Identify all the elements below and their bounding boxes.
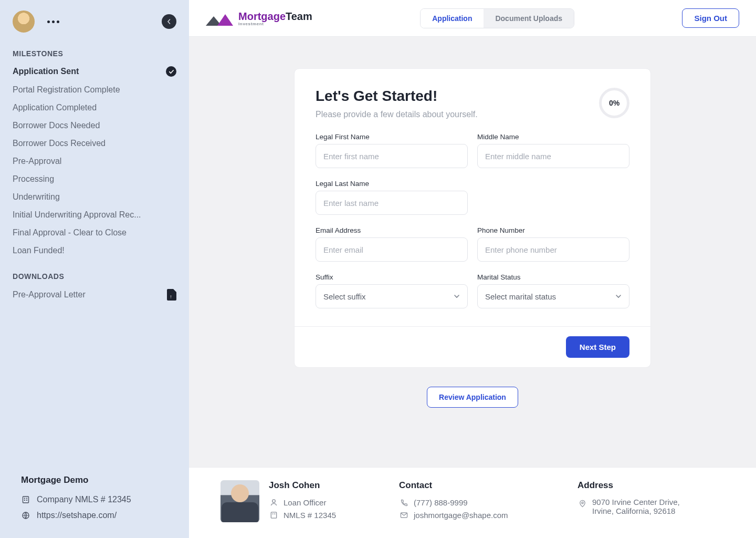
marital-label: Marital Status xyxy=(477,273,629,281)
milestone-item[interactable]: Application Completed xyxy=(13,99,176,117)
chevron-down-icon xyxy=(454,293,460,299)
signout-button[interactable]: Sign Out xyxy=(682,8,739,28)
main: MortgageTeam Investment Application Docu… xyxy=(189,0,756,538)
suffix-select[interactable]: Select suffix xyxy=(316,284,468,308)
downloads-heading: DOWNLOADS xyxy=(0,260,189,285)
download-item[interactable]: Pre-Approval Letter xyxy=(13,285,176,305)
content-area: Let's Get Started! Please provide a few … xyxy=(189,37,756,467)
address-line2: Irvine, California, 92618 xyxy=(592,506,680,515)
company-nmls-text: Company NMLS # 12345 xyxy=(37,495,131,504)
card-title: Let's Get Started! xyxy=(316,88,478,105)
company-name: Mortgage Demo xyxy=(21,475,168,485)
next-step-button[interactable]: Next Step xyxy=(566,336,629,358)
last-name-label: Legal Last Name xyxy=(316,180,468,188)
first-name-label: Legal First Name xyxy=(316,133,468,141)
milestone-label: Borrower Docs Needed xyxy=(13,121,100,130)
milestones-heading: MILESTONES xyxy=(0,37,189,62)
milestone-label: Application Sent xyxy=(13,67,79,76)
milestone-item[interactable]: Loan Funded! xyxy=(13,242,176,260)
svg-rect-0 xyxy=(23,496,29,503)
officer-name: Josh Cohen xyxy=(269,480,336,491)
milestone-item[interactable]: Application Sent xyxy=(13,62,176,81)
marital-select[interactable]: Select marital status xyxy=(477,284,629,308)
milestone-label: Initial Underwriting Approval Rec... xyxy=(13,210,141,220)
milestone-item[interactable]: Underwriting xyxy=(13,188,176,206)
progress-indicator: 0% xyxy=(599,88,629,118)
milestone-label: Loan Funded! xyxy=(13,246,65,255)
user-icon xyxy=(269,498,278,507)
contact-phone: (777) 888-9999 xyxy=(414,498,468,507)
file-upload-icon xyxy=(167,289,176,301)
milestone-label: Borrower Docs Received xyxy=(13,139,106,148)
officer-block: Josh Cohen Loan Officer NMLS # 12345 xyxy=(220,480,378,522)
address-title: Address xyxy=(578,480,724,491)
globe-icon xyxy=(21,511,30,520)
roof-icon xyxy=(206,11,236,26)
brand-word-mortgage: Mortgage xyxy=(238,11,286,22)
first-name-input[interactable] xyxy=(316,144,468,168)
tab-document-uploads[interactable]: Document Uploads xyxy=(484,9,574,28)
contact-phone-row[interactable]: (777) 888-9999 xyxy=(399,496,556,509)
pin-icon xyxy=(578,499,587,508)
milestone-item[interactable]: Pre-Approval xyxy=(13,152,176,170)
avatar[interactable] xyxy=(13,11,35,33)
email-label: Email Address xyxy=(316,226,468,234)
info-bar: Josh Cohen Loan Officer NMLS # 12345 Con… xyxy=(189,467,756,538)
milestone-item[interactable]: Final Approval - Clear to Close xyxy=(13,224,176,242)
milestone-item[interactable]: Processing xyxy=(13,170,176,188)
chevron-down-icon xyxy=(615,293,622,299)
phone-input[interactable] xyxy=(477,237,629,262)
suffix-label: Suffix xyxy=(316,273,468,281)
svg-rect-3 xyxy=(24,500,25,501)
svg-rect-2 xyxy=(26,498,27,499)
check-icon xyxy=(166,66,176,77)
contact-title: Contact xyxy=(399,480,556,491)
download-label: Pre-Approval Letter xyxy=(13,290,86,299)
downloads-list: Pre-Approval Letter xyxy=(0,285,189,305)
suffix-select-value: Select suffix xyxy=(323,292,366,301)
contact-block: Contact (777) 888-9999 joshmortgage@shap… xyxy=(399,480,556,521)
sidebar: MILESTONES Application Sent Portal Regis… xyxy=(0,0,189,538)
milestone-label: Underwriting xyxy=(13,192,60,202)
milestones-list: Application Sent Portal Registration Com… xyxy=(0,62,189,260)
milestone-item[interactable]: Borrower Docs Received xyxy=(13,134,176,152)
milestone-item[interactable]: Portal Registration Complete xyxy=(13,81,176,99)
milestone-item[interactable]: Initial Underwriting Approval Rec... xyxy=(13,206,176,224)
svg-point-11 xyxy=(581,502,583,503)
company-url-row[interactable]: https://setshape.com/ xyxy=(21,508,168,523)
svg-rect-1 xyxy=(24,498,25,499)
brand-word-team: Team xyxy=(286,11,312,22)
middle-name-input[interactable] xyxy=(477,144,629,168)
more-menu-button[interactable] xyxy=(47,20,59,23)
form-card: Let's Get Started! Please provide a few … xyxy=(294,68,651,368)
collapse-sidebar-button[interactable] xyxy=(162,14,176,29)
topbar: MortgageTeam Investment Application Docu… xyxy=(189,0,756,37)
address-line1: 9070 Irvine Center Drive, xyxy=(592,498,680,506)
milestone-item[interactable]: Borrower Docs Needed xyxy=(13,117,176,134)
svg-point-6 xyxy=(272,499,275,502)
svg-rect-4 xyxy=(26,500,27,501)
building-icon xyxy=(269,510,278,520)
milestone-label: Final Approval - Clear to Close xyxy=(13,228,127,237)
brand-logo[interactable]: MortgageTeam Investment xyxy=(206,11,312,26)
sidebar-footer: Mortgage Demo Company NMLS # 12345 https… xyxy=(0,475,189,538)
chevron-left-icon xyxy=(166,19,172,24)
milestone-label: Pre-Approval xyxy=(13,157,61,166)
address-block: Address 9070 Irvine Center Drive, Irvine… xyxy=(578,480,724,517)
milestone-label: Processing xyxy=(13,174,54,184)
contact-email-row[interactable]: joshmortgage@shape.com xyxy=(399,509,556,521)
mail-icon xyxy=(399,510,408,520)
officer-nmls: NMLS # 12345 xyxy=(284,511,336,520)
contact-email: joshmortgage@shape.com xyxy=(414,511,508,520)
middle-name-label: Middle Name xyxy=(477,133,629,141)
milestone-label: Portal Registration Complete xyxy=(13,85,120,95)
officer-role: Loan Officer xyxy=(284,498,326,507)
company-url-text: https://setshape.com/ xyxy=(37,511,117,520)
review-application-button[interactable]: Review Application xyxy=(427,387,518,408)
marital-select-value: Select marital status xyxy=(485,292,556,301)
company-nmls-row: Company NMLS # 12345 xyxy=(21,492,168,508)
email-input[interactable] xyxy=(316,237,468,262)
last-name-input[interactable] xyxy=(316,191,468,215)
tab-application[interactable]: Application xyxy=(421,9,484,28)
svg-rect-9 xyxy=(274,513,275,514)
